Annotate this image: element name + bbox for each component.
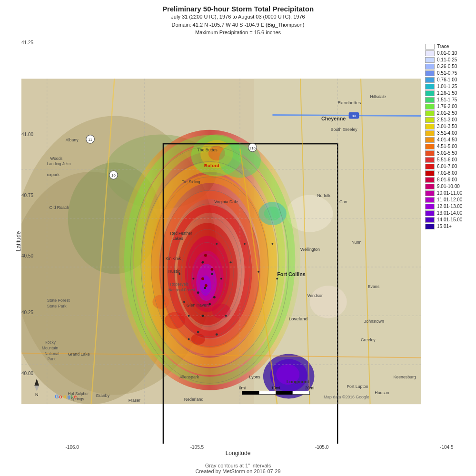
svg-point-155: [225, 315, 227, 317]
legend-label: 1.51-1.75: [437, 97, 457, 102]
svg-text:Red Feather: Red Feather: [170, 230, 192, 235]
svg-text:Lyons: Lyons: [249, 375, 261, 379]
legend-label: 1.26-1.50: [437, 90, 457, 96]
legend-item: 0.51-0.75: [425, 70, 462, 76]
svg-text:Greeley: Greeley: [361, 337, 376, 342]
svg-point-145: [178, 273, 180, 275]
legend-swatch: [425, 70, 435, 76]
svg-text:o: o: [63, 394, 67, 399]
svg-text:l: l: [71, 394, 73, 399]
svg-text:Ranchettes: Ranchettes: [337, 100, 361, 105]
svg-point-137: [213, 296, 216, 298]
svg-point-150: [201, 277, 204, 280]
svg-text:Longmont: Longmont: [287, 379, 309, 384]
legend-label: 0.26-0.50: [437, 64, 457, 69]
legend-label: 4.01-4.50: [437, 137, 457, 142]
map-background: Ranchettes Hillsdale Cheyenne South Gree…: [21, 39, 421, 444]
svg-text:Kinikinik: Kinikinik: [166, 256, 181, 261]
svg-text:Lakes: Lakes: [172, 236, 183, 241]
legend-label: 12.01-13.00: [437, 204, 462, 209]
svg-text:Buford: Buford: [204, 162, 219, 168]
legend-swatch: [425, 50, 435, 56]
svg-text:oxpark: oxpark: [47, 172, 60, 177]
svg-text:Rocky: Rocky: [45, 340, 56, 345]
legend-swatch: [425, 104, 435, 109]
svg-point-141: [192, 278, 194, 279]
svg-text:Norfolk: Norfolk: [317, 193, 330, 198]
legend-label: 5.51-6.00: [437, 157, 457, 162]
svg-text:Grand Lake: Grand Lake: [68, 351, 90, 356]
svg-text:10mi: 10mi: [271, 385, 280, 390]
legend-item: 14.01-15.00: [425, 217, 462, 223]
svg-text:Hillsdale: Hillsdale: [370, 94, 386, 99]
legend-swatch: [425, 150, 435, 156]
svg-point-152: [271, 243, 273, 245]
legend-item: 10.01-11.00: [425, 190, 462, 196]
legend-label: 1.01-1.25: [437, 84, 457, 89]
legend-item: 0.76-1.00: [425, 77, 462, 83]
legend-item: Trace: [425, 44, 462, 50]
svg-text:Loveland: Loveland: [289, 316, 308, 321]
svg-text:The Buttes: The Buttes: [197, 147, 218, 152]
legend-swatch: [425, 197, 435, 203]
legend-swatch: [425, 124, 435, 129]
legend-label: 10.01-11.00: [437, 190, 462, 196]
legend-swatch: [425, 157, 435, 163]
svg-text:Old Roach: Old Roach: [50, 205, 69, 209]
map-legend-row: Latitude: [0, 39, 476, 444]
svg-text:Keenesburg: Keenesburg: [393, 375, 416, 379]
svg-point-149: [211, 268, 214, 270]
svg-text:Albany: Albany: [66, 138, 79, 142]
svg-point-5: [310, 286, 347, 318]
svg-text:State Park: State Park: [47, 303, 67, 308]
legend-item: 12.01-13.00: [425, 204, 462, 209]
legend-item: 9.01-10.00: [425, 184, 462, 189]
legend-label: 6.01-7.00: [437, 164, 457, 169]
svg-text:National Forest: National Forest: [169, 287, 196, 292]
svg-rect-116: [242, 391, 259, 394]
svg-text:Map data ©2016 Google: Map data ©2016 Google: [324, 395, 369, 399]
legend-items: Trace0.01-0.100.11-0.250.26-0.500.51-0.7…: [425, 44, 462, 230]
legend-label: 1.76-2.00: [437, 104, 457, 109]
legend-label: 5.01-5.50: [437, 150, 457, 156]
legend-area: Trace0.01-0.100.11-0.250.26-0.500.51-0.7…: [421, 39, 476, 444]
svg-text:0mi: 0mi: [239, 385, 246, 390]
svg-point-144: [230, 261, 232, 263]
svg-text:Allenspark: Allenspark: [179, 375, 199, 379]
legend-item: 0.26-0.50: [425, 64, 462, 69]
svg-text:e: e: [74, 394, 77, 399]
legend-swatch: [425, 130, 435, 136]
main-title: Preliminary 50-hour Storm Total Precipit…: [162, 5, 314, 13]
legend-item: 1.76-2.00: [425, 104, 462, 109]
legend-label: 0.51-0.75: [437, 70, 457, 76]
svg-text:State Forest: State Forest: [47, 298, 70, 303]
footer-line2: Created by MetStorm on 2016-07-29: [195, 468, 280, 474]
svg-text:10: 10: [111, 173, 116, 178]
svg-text:Nederland: Nederland: [184, 397, 204, 402]
legend-swatch: [425, 190, 435, 196]
svg-point-154: [197, 331, 199, 333]
svg-rect-117: [259, 391, 276, 394]
svg-text:20mi: 20mi: [305, 385, 314, 390]
legend-item: 2.01-2.50: [425, 110, 462, 116]
svg-text:Hudson: Hudson: [375, 390, 389, 395]
svg-point-140: [220, 278, 222, 279]
svg-text:80: 80: [352, 114, 356, 118]
svg-point-156: [188, 338, 190, 340]
legend-item: 4.01-4.50: [425, 137, 462, 143]
subtitle3: Maximum Precipitation = 15.6 inches: [162, 29, 314, 37]
legend-item: 15.01+: [425, 224, 462, 229]
legend-swatch: [425, 84, 435, 89]
legend-item: 7.01-8.00: [425, 170, 462, 176]
legend-swatch: [425, 144, 435, 149]
legend-swatch: [425, 90, 435, 96]
svg-text:National: National: [45, 351, 60, 356]
main-container: Preliminary 50-hour Storm Total Precipit…: [0, 0, 476, 476]
legend-item: 3.01-3.50: [425, 124, 462, 129]
footer-line1: Gray contours at 1" intervals: [195, 463, 280, 468]
svg-point-139: [201, 315, 204, 317]
legend-label: 15.01+: [437, 224, 452, 229]
legend-label: 3.51-4.00: [437, 130, 457, 136]
map-area: Ranchettes Hillsdale Cheyenne South Gree…: [21, 39, 421, 444]
svg-text:N: N: [35, 392, 38, 397]
